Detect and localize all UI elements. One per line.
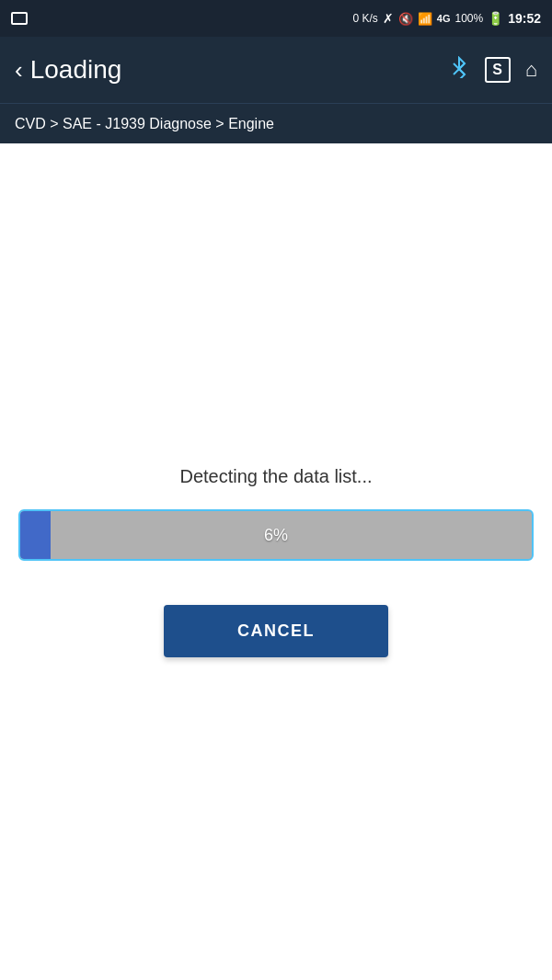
breadcrumb-text: CVD > SAE - J1939 Diagnose > Engine [15, 116, 274, 132]
back-arrow-icon: ‹ [15, 58, 23, 82]
clock: 19:52 [508, 11, 541, 26]
main-content: Detecting the data list... 6% CANCEL [0, 143, 552, 980]
wifi-icon: 📶 [418, 12, 432, 26]
sound-off-icon: 🔇 [398, 12, 413, 26]
speed-indicator: 0 K/s [352, 12, 377, 25]
status-bar-right: 0 K/s ✗ 🔇 📶 4G 100% 🔋 19:52 [352, 11, 541, 26]
home-icon[interactable]: ⌂ [525, 58, 537, 82]
cancel-button[interactable]: CANCEL [164, 605, 388, 657]
bluetooth-status-icon: ✗ [383, 11, 394, 26]
progress-label: 6% [20, 526, 532, 545]
status-bar: 0 K/s ✗ 🔇 📶 4G 100% 🔋 19:52 [0, 0, 552, 37]
breadcrumb: CVD > SAE - J1939 Diagnose > Engine [0, 103, 552, 143]
progress-bar-container: 6% [18, 509, 534, 561]
square-s-icon[interactable]: S [485, 57, 511, 83]
battery-percent: 100% [454, 12, 483, 25]
status-bar-left [11, 12, 28, 25]
screen-icon [11, 12, 28, 25]
bluetooth-icon[interactable] [448, 56, 470, 84]
battery-icon: 🔋 [488, 11, 503, 26]
back-button[interactable]: ‹ Loading [15, 55, 121, 85]
page-title: Loading [30, 55, 122, 85]
header-icons: S ⌂ [448, 56, 537, 84]
header: ‹ Loading S ⌂ [0, 37, 552, 103]
network-4g-icon: 4G [437, 13, 451, 24]
detecting-status-text: Detecting the data list... [179, 466, 372, 487]
